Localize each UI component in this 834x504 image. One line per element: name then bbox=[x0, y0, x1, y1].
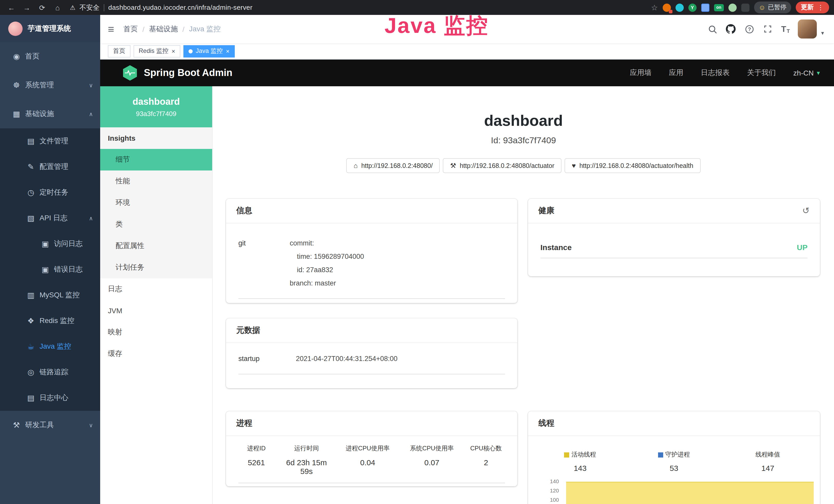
tab-label: 首页 bbox=[113, 47, 125, 55]
sba-header: Spring Boot Admin 应用墙 应用 日志报表 关于我们 zh-CN… bbox=[100, 60, 834, 86]
metadata-startup-row: startup 2021-04-27T00:44:31.254+08:00 bbox=[238, 352, 505, 374]
sidebar-item-access-logs[interactable]: ▣ 访问日志 bbox=[0, 231, 100, 257]
dashboard-icon: ◉ bbox=[10, 52, 23, 61]
sba-side-item-jvm[interactable]: JVM bbox=[100, 300, 212, 321]
app-logo[interactable]: 芋道管理系统 bbox=[0, 15, 100, 42]
git-branch-line: branch: master bbox=[290, 277, 505, 290]
log-icon: ▧ bbox=[25, 214, 37, 223]
extension-puzzle-icon[interactable] bbox=[741, 3, 749, 12]
extension-fox-icon[interactable] bbox=[662, 3, 671, 12]
extension-drop-icon[interactable] bbox=[675, 3, 683, 12]
history-icon[interactable]: ↺ bbox=[803, 205, 810, 216]
browser-actions: ☆ Y on ☺ 已暂停 更新 ⋮ bbox=[651, 2, 829, 13]
process-card: 进程 进程ID 5261 运行时间 6d 23h 15m 59s 进程CPU使用… bbox=[226, 411, 517, 486]
health-url-button[interactable]: ♥ http://192.168.0.2:48080/actuator/heal… bbox=[565, 158, 700, 173]
sidebar-item-label: 链路追踪 bbox=[40, 368, 68, 377]
address-bar[interactable]: ⚠ 不安全 dashboard.yudao.iocoder.cn/infra/a… bbox=[70, 3, 253, 12]
breadcrumb-home[interactable]: 首页 bbox=[124, 24, 138, 33]
bookmark-star-icon[interactable]: ☆ bbox=[651, 3, 658, 12]
sidebar-item-config-manage[interactable]: ✎ 配置管理 bbox=[0, 154, 100, 180]
health-row-label: Instance bbox=[541, 243, 572, 252]
browser-toolbar: ← → ⟳ ⌂ ⚠ 不安全 dashboard.yudao.iocoder.cn… bbox=[0, 0, 834, 15]
fullscreen-icon[interactable] bbox=[763, 23, 773, 35]
app-sidebar: 芋道管理系统 ◉ 首页 ☸ 系统管理 ∨ ▦ 基础设施 ∧ ▤ 文件管理 bbox=[0, 15, 100, 504]
search-icon[interactable] bbox=[707, 23, 717, 35]
kebab-menu-icon[interactable]: ⋮ bbox=[817, 4, 824, 11]
status-badge: UP bbox=[797, 243, 808, 252]
sidebar-item-tracing[interactable]: ◎ 链路追踪 bbox=[0, 360, 100, 385]
security-label: 不安全 bbox=[80, 3, 100, 12]
sidebar-item-redis-monitor[interactable]: ❖ Redis 监控 bbox=[0, 308, 100, 334]
user-avatar[interactable] bbox=[798, 20, 817, 39]
reload-icon[interactable]: ⟳ bbox=[36, 3, 48, 12]
sidebar-item-label: 文件管理 bbox=[40, 137, 68, 146]
sidebar-item-log-center[interactable]: ▤ 日志中心 bbox=[0, 385, 100, 411]
mysql-icon: ▥ bbox=[25, 291, 37, 300]
back-icon[interactable]: ← bbox=[5, 3, 18, 12]
sidebar-item-system[interactable]: ☸ 系统管理 ∨ bbox=[0, 71, 100, 100]
screen: ← → ⟳ ⌂ ⚠ 不安全 dashboard.yudao.iocoder.cn… bbox=[0, 0, 834, 504]
hamburger-icon[interactable]: ≡ bbox=[108, 23, 114, 35]
extension-leaf-icon[interactable] bbox=[728, 3, 737, 12]
sba-side-item-scheduled-tasks[interactable]: 计划任务 bbox=[100, 257, 212, 278]
instance-name: dashboard bbox=[133, 96, 180, 107]
sba-nav-journal[interactable]: 日志报表 bbox=[701, 68, 730, 77]
sidebar-item-dev-tools[interactable]: ⚒ 研发工具 ∨ bbox=[0, 411, 100, 439]
forward-icon[interactable]: → bbox=[21, 3, 33, 12]
gear-icon: ☸ bbox=[10, 81, 23, 90]
sba-nav-about[interactable]: 关于我们 bbox=[747, 68, 776, 77]
tab-home[interactable]: 首页 bbox=[108, 45, 130, 57]
sidebar-item-infra[interactable]: ▦ 基础设施 ∧ bbox=[0, 100, 100, 129]
extension-on-icon[interactable]: on bbox=[714, 4, 724, 11]
wrench-icon: ⚒ bbox=[450, 162, 456, 169]
breadcrumb-separator: / bbox=[142, 25, 145, 33]
tab-label: Redis 监控 bbox=[139, 47, 169, 55]
sba-side-item-caches[interactable]: 缓存 bbox=[100, 343, 212, 365]
caret-down-icon[interactable]: ▾ bbox=[821, 30, 824, 39]
help-icon[interactable]: ? bbox=[744, 23, 754, 35]
active-threads-value: 143 bbox=[533, 464, 627, 473]
sba-side-item-mappings[interactable]: 映射 bbox=[100, 321, 212, 343]
sidebar-item-error-logs[interactable]: ▣ 错误日志 bbox=[0, 257, 100, 282]
sba-side-item-details[interactable]: 细节 bbox=[100, 149, 212, 170]
instance-url-button[interactable]: ⌂ http://192.168.0.2:48080/ bbox=[347, 158, 440, 173]
sba-side-item-environment[interactable]: 环境 bbox=[100, 192, 212, 214]
tab-java-monitor[interactable]: Java 监控 × bbox=[183, 45, 235, 57]
paused-chip[interactable]: ☺ 已暂停 bbox=[754, 2, 791, 13]
tab-label: Java 监控 bbox=[196, 47, 223, 55]
sba-side-item-performance[interactable]: 性能 bbox=[100, 170, 212, 192]
sidebar-item-api-logs[interactable]: ▧ API 日志 ∧ bbox=[0, 205, 100, 231]
tab-redis-monitor[interactable]: Redis 监控 × bbox=[134, 45, 180, 57]
threads-card-title: 线程 bbox=[528, 411, 820, 436]
sidebar-item-home[interactable]: ◉ 首页 bbox=[0, 42, 100, 71]
sba-locale-select[interactable]: zh-CN ▾ bbox=[793, 69, 820, 77]
sidebar-item-file-manage[interactable]: ▤ 文件管理 bbox=[0, 129, 100, 154]
sba-nav-wallboard[interactable]: 应用墙 bbox=[630, 68, 652, 77]
sidebar-item-java-monitor[interactable]: ☕ Java 监控 bbox=[0, 334, 100, 360]
sba-brand-title[interactable]: Spring Boot Admin bbox=[144, 67, 233, 78]
git-commit-line: commit: bbox=[290, 237, 505, 250]
sba-side-item-logs[interactable]: 日志 bbox=[100, 278, 212, 300]
sidebar-item-label: 基础设施 bbox=[25, 109, 54, 119]
url-text: dashboard.yudao.iocoder.cn/infra/admin-s… bbox=[108, 4, 253, 11]
update-button[interactable]: 更新 ⋮ bbox=[796, 2, 829, 13]
sba-nav-applications[interactable]: 应用 bbox=[669, 68, 683, 77]
home-icon[interactable]: ⌂ bbox=[51, 3, 64, 12]
close-icon[interactable]: × bbox=[172, 48, 175, 54]
instance-header[interactable]: dashboard 93a3fc7f7409 bbox=[100, 86, 212, 127]
extension-grid-icon[interactable] bbox=[701, 3, 709, 12]
close-icon[interactable]: × bbox=[226, 48, 229, 54]
extension-y-icon[interactable]: Y bbox=[688, 3, 696, 12]
github-icon[interactable] bbox=[726, 23, 736, 35]
sba-side-item-classes[interactable]: 类 bbox=[100, 214, 212, 235]
breadcrumb-infra[interactable]: 基础设施 bbox=[149, 24, 178, 33]
metadata-row-label: startup bbox=[238, 352, 296, 366]
sidebar-item-mysql-monitor[interactable]: ▥ MySQL 监控 bbox=[0, 282, 100, 308]
page-subtitle: Id: 93a3fc7f7409 bbox=[213, 136, 834, 146]
info-card-title: 信息 bbox=[226, 199, 517, 223]
health-card: 健康 ↺ Instance UP bbox=[528, 199, 820, 276]
sba-side-item-config-props[interactable]: 配置属性 bbox=[100, 235, 212, 257]
actuator-url-button[interactable]: ⚒ http://192.168.0.2:48080/actuator bbox=[443, 158, 562, 173]
font-size-icon[interactable]: TT bbox=[781, 24, 790, 33]
sidebar-item-scheduled-jobs[interactable]: ◷ 定时任务 bbox=[0, 180, 100, 205]
